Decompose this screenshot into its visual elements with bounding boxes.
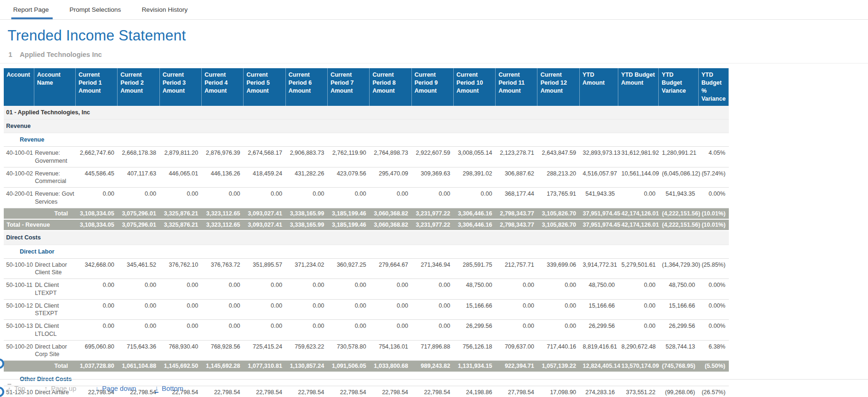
value-cell: 0.00 — [411, 320, 453, 341]
total-label: Total — [4, 361, 76, 372]
column-header-ytd-budget-amount: YTD Budget Amount — [618, 68, 659, 106]
value-cell: 0.00 — [244, 299, 285, 320]
value-cell: 715,643.36 — [118, 340, 159, 361]
value-cell: 695,060.80 — [76, 340, 118, 361]
value-cell: 0.00 — [76, 299, 118, 320]
account-cell: 50-100-11 — [4, 279, 34, 300]
value-cell: 2,123,278.71 — [496, 147, 537, 167]
value-cell: 212,757.71 — [496, 258, 537, 279]
value-cell: 759,623.22 — [285, 340, 327, 361]
value-cell: 0.00 — [496, 299, 537, 320]
column-header-current-period-12-amount: Current Period 12 Amount — [537, 68, 579, 106]
value-cell: 37,951,974.45 — [579, 208, 618, 219]
value-cell: 0.00 — [411, 279, 453, 300]
column-header-current-period-11-amount: Current Period 11 Amount — [496, 68, 537, 106]
value-cell: 2,798,343.77 — [496, 219, 537, 230]
value-cell: 15,166.66 — [659, 299, 698, 320]
value-cell: (25.85%) — [698, 258, 728, 279]
value-cell: 0.00 — [244, 279, 285, 300]
value-cell: 0.00 — [285, 188, 327, 208]
grand-total-label: Total - Revenue — [4, 219, 76, 230]
value-cell: 3,093,027.41 — [244, 219, 285, 230]
value-cell: 3,105,826.70 — [537, 219, 579, 230]
value-cell: 0.00 — [496, 279, 537, 300]
value-cell: 768,930.40 — [159, 340, 201, 361]
section-row: Direct Costs — [4, 230, 729, 245]
account-name-cell: Direct Labor Corp Site — [34, 340, 75, 361]
value-cell: 3,231,977.22 — [411, 219, 453, 230]
table-row: 50-100-20Direct Labor Corp Site695,060.8… — [4, 340, 729, 361]
value-cell: 1,091,506.05 — [327, 361, 369, 372]
table-header-row: AccountAccount NameCurrent Period 1 Amou… — [4, 68, 729, 106]
value-cell: 0.00 — [201, 299, 243, 320]
account-cell: 50-100-12 — [4, 299, 34, 320]
total-label: Total — [4, 208, 76, 219]
value-cell: 989,243.82 — [411, 361, 453, 372]
value-cell: (6,045,086.12) — [659, 167, 698, 188]
value-cell: 22,798.54 — [370, 386, 411, 397]
value-cell: 31,612,981.92 — [618, 147, 659, 167]
pager-page-down[interactable]: ↓Page down — [95, 384, 136, 393]
column-header-ytd-amount: YTD Amount — [579, 68, 618, 106]
value-cell: 22,798.54 — [411, 386, 453, 397]
value-cell: 922,394.71 — [496, 361, 537, 372]
tab-report-page[interactable]: Report Page — [12, 0, 50, 19]
account-name-cell: Revenue: Government — [34, 147, 75, 167]
page-down-icon: ↓ — [95, 384, 99, 392]
value-cell: 309,369.63 — [411, 167, 453, 188]
value-cell: 3,060,368.82 — [370, 219, 411, 230]
table-row: 50-100-12DL Client STEXPT0.000.000.000.0… — [4, 299, 729, 320]
account-cell: 40-200-01 — [4, 188, 34, 208]
tab-revision-history[interactable]: Revision History — [141, 0, 189, 19]
subsection-label: Revenue — [4, 133, 729, 147]
value-cell: 288,213.20 — [537, 167, 579, 188]
value-cell: 3,323,112.65 — [201, 219, 243, 230]
value-cell: 0.00 — [118, 299, 159, 320]
value-cell: 0.00% — [698, 188, 728, 208]
pager-divider — [0, 379, 868, 380]
value-cell: 342,668.00 — [76, 258, 118, 279]
subsection-row: Revenue — [4, 133, 729, 147]
value-cell: 371,234.02 — [285, 258, 327, 279]
value-cell: 1,077,310.81 — [244, 361, 285, 372]
column-header-current-period-8-amount: Current Period 8 Amount — [370, 68, 411, 106]
value-cell: 37,951,974.45 — [579, 219, 618, 230]
value-cell: 15,166.66 — [453, 299, 495, 320]
value-cell: (10.01%) — [698, 219, 728, 230]
value-cell: 0.00 — [327, 299, 369, 320]
value-cell: 6.38% — [698, 340, 728, 361]
group-label: 01 - Applied Technologies, Inc — [4, 106, 729, 119]
value-cell: 26,299.56 — [579, 320, 618, 341]
value-cell: 4.05% — [698, 147, 728, 167]
tab-prompt-selections[interactable]: Prompt Selections — [69, 0, 122, 19]
value-cell: 3,306,446.16 — [453, 219, 495, 230]
group-row: 01 - Applied Technologies, Inc — [4, 106, 729, 119]
value-cell: 295,470.09 — [370, 167, 411, 188]
section-label: Revenue — [4, 119, 729, 133]
value-cell: 0.00 — [618, 299, 659, 320]
bottom-icon: ↓ — [155, 384, 158, 393]
value-cell: 2,762,119.90 — [327, 147, 369, 167]
value-cell: 0.00 — [159, 320, 201, 341]
value-cell: 1,145,692.28 — [201, 361, 243, 372]
value-cell: 407,117.63 — [118, 167, 159, 188]
table-row: 40-200-01Revenue: Govt Services0.000.000… — [4, 188, 729, 208]
grandtotal-row: Total - Revenue3,108,334.053,075,296.013… — [4, 219, 729, 230]
value-cell: 0.00 — [159, 188, 201, 208]
value-cell: (4,222,151.56) — [659, 208, 698, 219]
value-cell: 48,750.00 — [579, 279, 618, 300]
value-cell: 3,323,112.65 — [201, 208, 243, 219]
value-cell: 376,763.72 — [201, 258, 243, 279]
column-header-current-period-9-amount: Current Period 9 Amount — [411, 68, 453, 106]
report-page: Trended Income Statement 1Applied Techno… — [0, 27, 868, 397]
pager-bottom[interactable]: ↓Bottom — [155, 384, 183, 393]
value-cell: (4,222,151.56) — [659, 219, 698, 230]
value-cell: 0.00 — [244, 188, 285, 208]
value-cell: 0.00 — [118, 279, 159, 300]
section-row: Revenue — [4, 119, 729, 133]
value-cell: 22,798.54 — [327, 386, 369, 397]
value-cell: 446,136.26 — [201, 167, 243, 188]
value-cell: 2,798,343.77 — [496, 208, 537, 219]
value-cell: 1,061,104.88 — [118, 361, 159, 372]
value-cell: 0.00 — [370, 299, 411, 320]
